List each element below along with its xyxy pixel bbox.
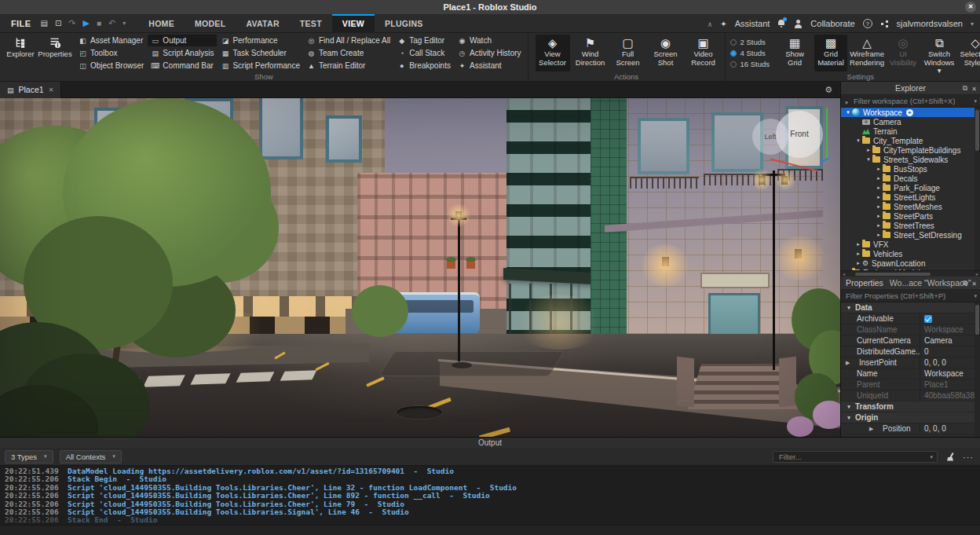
share-icon[interactable] — [880, 20, 889, 28]
ribbon-item-task-scheduler[interactable]: ▦Task Scheduler — [218, 47, 303, 59]
ribbon-button-switch-windows[interactable]: ⧉Switch Windows ▾ — [923, 35, 956, 71]
expander-icon[interactable]: ▸ — [854, 241, 862, 247]
play-icon[interactable]: ▶ — [83, 18, 90, 28]
expander-icon[interactable]: ▸ — [875, 213, 883, 219]
property-row-position[interactable]: ▶Position0, 0, 0 — [841, 423, 980, 434]
ribbon-item-assistant[interactable]: ✦Assistant — [455, 60, 525, 71]
property-row-classname[interactable]: ClassNameWorkspace — [841, 324, 980, 335]
tree-item-vfx[interactable]: ▸VFX — [841, 240, 980, 249]
scrollbar-thumb[interactable] — [855, 273, 931, 276]
save-icon[interactable]: ▤ — [40, 19, 47, 27]
expander-icon[interactable]: ▸ — [875, 166, 883, 172]
tree-item-vehicles[interactable]: ▸Vehicles — [841, 249, 980, 258]
ribbon-button-grid-material[interactable]: ▩Grid Material — [814, 35, 847, 71]
ellipsis-icon[interactable] — [963, 453, 974, 462]
expander-icon[interactable]: ▸ — [875, 185, 883, 191]
ribbon-button-view-selector[interactable]: ◈View Selector — [536, 35, 570, 71]
tree-item-streets-sidewalks[interactable]: ▾Streets_Sidewalks — [841, 155, 980, 164]
tab-close-icon[interactable] — [49, 86, 54, 93]
ribbon-tab-avatar[interactable]: AVATAR — [236, 14, 289, 33]
ribbon-item-toolbox[interactable]: ◰Toolbox — [75, 47, 147, 59]
3d-viewport[interactable]: Left Front — [0, 98, 840, 437]
ribbon-tab-home[interactable]: HOME — [138, 14, 185, 33]
property-value[interactable]: 0 — [920, 346, 980, 357]
properties-toggle-button[interactable]: Properties — [38, 35, 71, 71]
expander-icon[interactable]: ▸ — [875, 203, 883, 210]
assistant-button[interactable]: Assistant — [735, 19, 770, 28]
ribbon-item-output[interactable]: ▭Output — [148, 35, 217, 46]
ribbon-tab-model[interactable]: MODEL — [185, 14, 236, 33]
checkbox-checked-icon[interactable] — [924, 315, 932, 323]
ribbon-item-call-stack[interactable]: ◔Call Stack — [394, 47, 454, 59]
popout-icon[interactable] — [963, 279, 967, 288]
property-value[interactable]: Workspace — [920, 368, 980, 379]
ribbon-button-screen-shot[interactable]: ◉Screen Shot — [649, 35, 683, 71]
user-caret-icon[interactable]: ▾ — [971, 20, 974, 27]
radio-2-studs[interactable]: 2 Studs — [730, 38, 770, 46]
property-value[interactable] — [920, 313, 980, 324]
ribbon-tab-plugins[interactable]: PLUGINS — [375, 14, 433, 33]
ribbon-button-wind-direction[interactable]: ⚑Wind Direction — [573, 35, 608, 71]
explorer-toggle-button[interactable]: Explorer — [4, 35, 37, 71]
ribbon-item-tag-editor[interactable]: ◆Tag Editor — [394, 35, 454, 46]
tree-item-camera[interactable]: Camera — [841, 117, 980, 126]
properties-filter-input[interactable] — [844, 291, 971, 301]
view-selector-front-face[interactable]: Front — [776, 111, 823, 158]
ribbon-item-command-bar[interactable]: ⌨Command Bar — [148, 60, 217, 71]
property-row-distributedgame[interactable]: DistributedGame...0 — [841, 346, 980, 357]
ribbon-button-video-record[interactable]: ▣Video Record — [686, 35, 721, 71]
tree-item-streetmeshes[interactable]: ▸StreetMeshes — [841, 202, 980, 211]
property-section-origin[interactable]: ▾Origin — [841, 412, 980, 423]
ribbon-item-find-all-replace-all[interactable]: ◎Find All / Replace All — [304, 35, 393, 46]
tree-item-streettrees[interactable]: ▸StreetTrees — [841, 221, 980, 230]
ribbon-item-asset-manager[interactable]: ◧Asset Manager — [75, 35, 147, 46]
ribbon-item-terrain-editor[interactable]: ▲Terrain Editor — [304, 60, 393, 71]
popout-icon[interactable] — [963, 84, 967, 93]
filter-caret-icon[interactable]: ▾ — [974, 98, 977, 104]
panel-close-icon[interactable] — [971, 85, 977, 93]
expander-icon[interactable]: ▾ — [844, 109, 852, 115]
scrollbar-thumb[interactable] — [975, 110, 979, 151]
ribbon-item-object-browser[interactable]: ◫Object Browser — [75, 60, 147, 71]
publish-icon[interactable]: ⊡ — [55, 19, 61, 27]
ribbon-button-full-screen[interactable]: ▢Full Screen — [611, 35, 645, 71]
radio-4-studs[interactable]: 4 Studs — [730, 49, 770, 57]
tree-item-spawnlocation[interactable]: ▸SpawnLocation — [841, 258, 980, 268]
ribbon-item-script-performance[interactable]: ▥Script Performance — [218, 60, 303, 71]
redo-icon[interactable]: ↷ — [68, 18, 75, 28]
radio-16-studs[interactable]: 16 Studs — [730, 60, 770, 68]
clear-output-icon[interactable] — [945, 453, 955, 462]
notifications-bell-icon[interactable] — [777, 19, 786, 28]
explorer-filter-input[interactable] — [852, 96, 971, 106]
help-icon[interactable] — [863, 19, 872, 28]
property-value[interactable]: Workspace — [920, 324, 980, 335]
caret-down-icon[interactable]: ▾ — [122, 20, 126, 27]
ribbon-tab-view[interactable]: VIEW — [332, 14, 375, 33]
tree-item-decals[interactable]: ▸Decals — [841, 174, 980, 183]
expander-icon[interactable]: ▸ — [875, 222, 883, 229]
property-row-archivable[interactable]: Archivable — [841, 313, 980, 324]
ribbon-item-performance[interactable]: ◪Performance — [218, 35, 303, 46]
expander-icon[interactable]: ▶ — [846, 360, 857, 366]
tree-item-park-foliage[interactable]: ▸Park_Foliage — [841, 183, 980, 192]
tree-item-terrain[interactable]: Terrain — [841, 126, 980, 136]
property-value[interactable]: 40bbaa58fa38b2320... — [920, 390, 980, 401]
explorer-vertical-scrollbar[interactable] — [975, 108, 980, 270]
ribbon-button-selection-style[interactable]: ◇Selection Style ▾ — [959, 35, 980, 71]
stop-icon[interactable]: ■ — [97, 19, 101, 27]
expander-icon[interactable]: ▸ — [875, 175, 883, 181]
tree-item-busstops[interactable]: ▸BusStops — [841, 164, 980, 174]
property-row-uniqueid[interactable]: UniqueId40bbaa58fa38b2320... — [841, 390, 980, 401]
chevron-up-icon[interactable] — [708, 19, 713, 28]
property-section-data[interactable]: ▾Data — [841, 302, 980, 313]
ribbon-tab-test[interactable]: TEST — [290, 14, 332, 33]
window-close-icon[interactable] — [965, 2, 976, 13]
contexts-filter-dropdown[interactable]: All Contexts ▾ — [60, 450, 122, 464]
expander-icon[interactable]: ▾ — [846, 305, 852, 311]
types-filter-dropdown[interactable]: 3 Types ▾ — [5, 450, 53, 464]
expander-icon[interactable]: ▾ — [846, 404, 852, 410]
property-row-parent[interactable]: ParentPlace1 — [841, 379, 980, 390]
tree-item-streetlights[interactable]: ▸StreetLights — [841, 192, 980, 202]
scrollbar-thumb[interactable] — [975, 305, 979, 335]
tree-item-city-template[interactable]: ▾City_Template — [841, 136, 980, 145]
